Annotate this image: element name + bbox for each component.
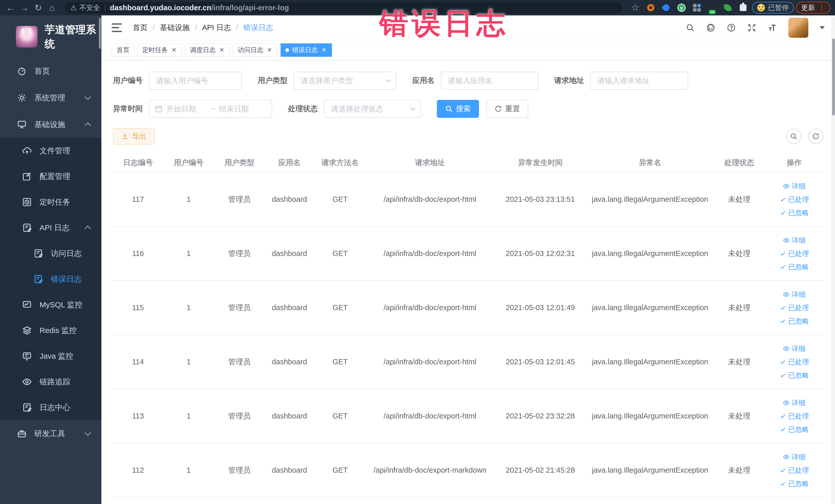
sidebar-item-home[interactable]: 首页 bbox=[0, 58, 101, 84]
dark-on-extension-icon[interactable]: on bbox=[708, 3, 717, 12]
date-range-picker[interactable]: ~ bbox=[149, 100, 272, 118]
orange-ring-extension-icon[interactable] bbox=[646, 3, 655, 12]
process-status-select[interactable] bbox=[324, 100, 421, 118]
user-type-select-input[interactable] bbox=[294, 72, 396, 89]
detail-link[interactable]: 详细 bbox=[783, 182, 806, 191]
breadcrumb-api-log[interactable]: API 日志 bbox=[202, 23, 231, 33]
home-icon[interactable]: ⌂ bbox=[46, 2, 58, 14]
cell-exception: java.lang.IllegalArgumentException bbox=[587, 443, 714, 497]
sidebar-item-mysql-monitor[interactable]: MySQL 监控 bbox=[0, 292, 101, 318]
kebab-menu-icon[interactable]: ⋮ bbox=[818, 6, 825, 9]
mark-processed-link[interactable]: 已处理 bbox=[779, 411, 809, 421]
tab-access-log[interactable]: 访问日志 bbox=[233, 43, 278, 57]
sidebar-item-scheduled-jobs[interactable]: 定时任务 bbox=[0, 189, 101, 215]
tab-schedule-log[interactable]: 调度日志 bbox=[185, 43, 230, 57]
leaf-extension-icon[interactable] bbox=[724, 3, 732, 12]
eye-icon bbox=[783, 345, 790, 352]
sidebar-item-file-mgmt[interactable]: 文件管理 bbox=[0, 138, 101, 164]
mark-ignored-link[interactable]: 已忽略 bbox=[779, 425, 809, 434]
sidebar-item-java-monitor[interactable]: Java 监控 bbox=[0, 343, 101, 369]
detail-link[interactable]: 详细 bbox=[783, 290, 806, 299]
back-icon[interactable]: ← bbox=[5, 2, 16, 14]
green-circle-extension-icon[interactable]: y bbox=[677, 3, 686, 12]
mark-processed-link[interactable]: 已处理 bbox=[779, 195, 809, 204]
mark-processed-link[interactable]: 已处理 bbox=[779, 249, 809, 258]
page-scrollbar[interactable] bbox=[831, 15, 835, 504]
sidebar-toggle-hamburger-icon[interactable] bbox=[111, 23, 122, 32]
address-bar[interactable]: ⚠ 不安全 dashboard.yudao.iocoder.cn /infra/… bbox=[64, 2, 622, 13]
fullscreen-icon[interactable] bbox=[747, 23, 756, 32]
blue-drop-extension-icon[interactable] bbox=[662, 3, 670, 12]
mark-processed-link[interactable]: 已处理 bbox=[779, 357, 809, 367]
app-name-input[interactable] bbox=[441, 72, 538, 89]
detail-link[interactable]: 详细 bbox=[783, 344, 806, 353]
user-id-input[interactable] bbox=[149, 72, 242, 89]
search-icon bbox=[445, 105, 453, 113]
close-icon[interactable] bbox=[321, 47, 327, 53]
sidebar-logo-row[interactable]: 芋道管理系统 bbox=[0, 15, 101, 58]
search-icon[interactable] bbox=[686, 23, 695, 32]
detail-link[interactable]: 详细 bbox=[783, 398, 806, 407]
sidebar-item-access-log[interactable]: 访问日志 bbox=[0, 241, 101, 266]
page-scrollbar-thumb[interactable] bbox=[832, 39, 835, 116]
sidebar-item-log-center[interactable]: 日志中心 bbox=[0, 395, 101, 420]
start-date-input[interactable] bbox=[166, 105, 207, 113]
sidebar-item-tracing[interactable]: 链路追踪 bbox=[0, 369, 101, 395]
breadcrumb-home[interactable]: 首页 bbox=[133, 23, 148, 33]
chevron-up-icon bbox=[84, 225, 91, 232]
mark-ignored-link[interactable]: 已忽略 bbox=[779, 208, 809, 218]
bookmark-star-icon[interactable]: ☆ bbox=[631, 3, 640, 12]
puzzle-extensions-icon[interactable] bbox=[739, 3, 748, 12]
sidebar-item-redis-monitor[interactable]: Redis 监控 bbox=[0, 318, 101, 343]
sidebar-item-infrastructure[interactable]: 基础设施 bbox=[0, 111, 101, 138]
eye-icon bbox=[783, 183, 790, 189]
breadcrumb-infrastructure[interactable]: 基础设施 bbox=[160, 23, 190, 33]
sidebar-item-label: API 日志 bbox=[40, 223, 69, 233]
grid-extension-icon[interactable] bbox=[693, 3, 701, 12]
browser-update-button[interactable]: 更新 ⋮ bbox=[796, 2, 830, 14]
end-date-input[interactable] bbox=[219, 105, 260, 113]
sidebar-item-error-log[interactable]: 错误日志 bbox=[0, 266, 101, 292]
navbar-actions bbox=[686, 18, 825, 38]
close-icon[interactable] bbox=[266, 47, 272, 53]
cell-time: 2021-05-03 12:01:45 bbox=[494, 335, 587, 389]
mark-processed-link[interactable]: 已处理 bbox=[779, 466, 809, 475]
tab-scheduled-jobs[interactable]: 定时任务 bbox=[137, 43, 182, 57]
help-icon[interactable] bbox=[727, 23, 736, 32]
breadcrumb-error-log[interactable]: 错误日志 bbox=[243, 23, 273, 33]
search-button[interactable]: 搜索 bbox=[437, 100, 479, 118]
reset-button[interactable]: 重置 bbox=[486, 100, 528, 118]
app-title: 芋道管理系统 bbox=[45, 23, 101, 51]
tab-home[interactable]: 首页 bbox=[111, 43, 134, 57]
tab-error-log[interactable]: 错误日志 bbox=[281, 43, 332, 57]
paused-extension-pill[interactable]: 已暂停 bbox=[752, 2, 794, 14]
avatar-caret-down-icon[interactable] bbox=[820, 26, 825, 29]
export-button[interactable]: 导出 bbox=[113, 128, 155, 144]
cell-status: 未处理 bbox=[714, 226, 765, 281]
close-icon[interactable] bbox=[219, 47, 225, 53]
user-type-select[interactable] bbox=[294, 72, 396, 89]
reload-icon[interactable]: ↻ bbox=[32, 2, 44, 14]
forward-icon[interactable]: → bbox=[19, 2, 30, 14]
mark-ignored-link[interactable]: 已忽略 bbox=[779, 317, 809, 326]
close-icon[interactable] bbox=[171, 47, 177, 53]
sidebar-item-system-mgmt[interactable]: 系统管理 bbox=[0, 84, 101, 111]
request-url-input[interactable] bbox=[590, 72, 688, 89]
sidebar-item-config-mgmt[interactable]: 配置管理 bbox=[0, 164, 101, 189]
sidebar-scrollbar-thumb[interactable] bbox=[99, 18, 101, 49]
detail-link[interactable]: 详细 bbox=[783, 236, 806, 245]
mark-ignored-link[interactable]: 已忽略 bbox=[779, 371, 809, 380]
sidebar-item-dev-tools[interactable]: 研发工具 bbox=[0, 420, 101, 447]
refresh-table-button[interactable] bbox=[808, 129, 823, 144]
mark-ignored-link[interactable]: 已忽略 bbox=[779, 262, 809, 271]
detail-link[interactable]: 详细 bbox=[783, 452, 806, 462]
font-size-icon[interactable] bbox=[768, 23, 777, 32]
process-status-select-input[interactable] bbox=[324, 100, 421, 118]
github-icon[interactable] bbox=[706, 23, 715, 32]
toggle-search-button[interactable] bbox=[786, 129, 801, 144]
mark-processed-link[interactable]: 已处理 bbox=[779, 303, 809, 313]
cell-app: dashboard bbox=[264, 226, 314, 281]
sidebar-item-api-log[interactable]: API 日志 bbox=[0, 215, 101, 241]
user-avatar[interactable] bbox=[788, 18, 808, 38]
mark-ignored-link[interactable]: 已忽略 bbox=[779, 479, 809, 488]
